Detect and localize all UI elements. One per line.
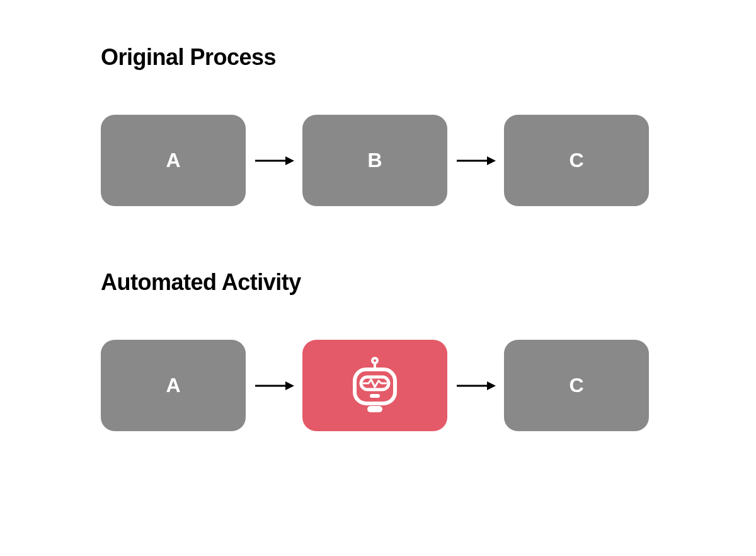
arrow-right-icon	[254, 154, 295, 167]
automated-box-c: C	[504, 340, 649, 431]
arrow-icon	[246, 379, 302, 392]
process-box-a: A	[101, 115, 246, 206]
automated-box-a-label: A	[166, 374, 180, 397]
arrow-right-icon	[455, 379, 496, 392]
arrow-right-icon	[254, 379, 295, 392]
automated-box-a: A	[101, 340, 246, 431]
arrow-icon	[447, 379, 504, 392]
automated-activity-title: Automated Activity	[101, 269, 655, 296]
process-box-a-label: A	[166, 149, 180, 172]
svg-marker-5	[285, 381, 294, 390]
arrow-icon	[447, 154, 504, 167]
original-process-section: Original Process A B C	[101, 44, 655, 206]
process-box-c-label: C	[569, 149, 583, 172]
svg-marker-13	[487, 381, 496, 390]
automated-activity-flow: A	[101, 340, 655, 431]
svg-marker-1	[285, 156, 294, 165]
process-box-c: C	[504, 115, 649, 206]
process-box-b-label: B	[367, 149, 382, 172]
automated-box-c-label: C	[569, 374, 583, 397]
automated-activity-section: Automated Activity A	[101, 269, 655, 431]
svg-point-6	[372, 358, 377, 363]
svg-rect-10	[370, 394, 380, 398]
original-process-flow: A B C	[101, 115, 655, 206]
arrow-icon	[246, 154, 302, 167]
robot-icon	[343, 354, 406, 417]
automated-box-robot	[302, 340, 447, 431]
process-box-b: B	[302, 115, 447, 206]
original-process-title: Original Process	[101, 44, 655, 71]
arrow-right-icon	[455, 154, 496, 167]
svg-rect-11	[367, 406, 382, 412]
svg-marker-3	[487, 156, 496, 165]
